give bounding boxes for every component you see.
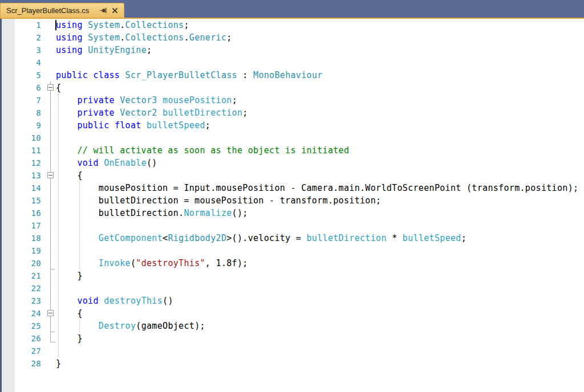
fold-margin xyxy=(41,94,56,107)
code-text: void destroyThis() xyxy=(56,295,584,307)
code-line[interactable]: 1using System.Collections; xyxy=(0,19,584,31)
code-text: Destroy(gameObject); xyxy=(56,320,584,332)
line-number: 20 xyxy=(0,257,41,270)
code-line[interactable]: 22 xyxy=(0,282,584,295)
line-number: 22 xyxy=(0,282,41,295)
fold-margin xyxy=(41,345,56,357)
fold-margin xyxy=(41,182,56,194)
code-text: bulletDirection = mousePosition - transf… xyxy=(56,194,584,207)
line-number: 12 xyxy=(0,157,41,169)
code-line[interactable]: 7 private Vector3 mousePosition; xyxy=(0,94,584,107)
line-number: 4 xyxy=(0,56,41,69)
code-text xyxy=(56,132,584,144)
code-text: // will activate as soon as the object i… xyxy=(56,144,584,157)
code-text: } xyxy=(56,332,584,345)
code-line[interactable]: 26 } xyxy=(0,332,584,345)
fold-collapse-icon[interactable] xyxy=(47,310,54,316)
pushpin-icon[interactable] xyxy=(99,6,108,15)
fold-margin xyxy=(41,169,56,182)
code-line[interactable]: 16 bulletDirection.Normalize(); xyxy=(0,207,584,219)
code-line[interactable]: 2using System.Collections.Generic; xyxy=(0,31,584,44)
fold-margin xyxy=(41,107,56,119)
indent-guide-class-body xyxy=(58,94,59,357)
code-text: } xyxy=(56,357,584,370)
fold-collapse-icon[interactable] xyxy=(47,172,54,178)
fold-margin xyxy=(41,307,56,320)
code-text: } xyxy=(56,270,584,282)
line-number: 18 xyxy=(0,232,41,244)
code-text: bulletDirection.Normalize(); xyxy=(56,207,584,219)
code-text: { xyxy=(56,169,584,182)
fold-margin xyxy=(41,119,56,132)
code-text: private Vector3 mousePosition; xyxy=(56,94,584,107)
line-number: 8 xyxy=(0,107,41,119)
fold-margin xyxy=(41,357,56,370)
fold-margin xyxy=(41,282,56,295)
line-number: 3 xyxy=(0,44,41,56)
code-line[interactable]: 19 xyxy=(0,244,584,257)
line-number: 14 xyxy=(0,182,41,194)
code-line[interactable]: 5public class Scr_PlayerBulletClass : Mo… xyxy=(0,69,584,81)
code-line[interactable]: 18 GetComponent<Rigidbody2D>().velocity … xyxy=(0,232,584,244)
fold-margin xyxy=(41,320,56,332)
line-number: 27 xyxy=(0,345,41,357)
fold-margin xyxy=(41,157,56,169)
code-line[interactable]: 11 // will activate as soon as the objec… xyxy=(0,144,584,157)
line-number: 7 xyxy=(0,94,41,107)
code-line[interactable]: 24 { xyxy=(0,307,584,320)
code-line[interactable]: 8 private Vector2 bulletDirection; xyxy=(0,107,584,119)
indent-guide-onenable-body xyxy=(79,182,80,270)
line-number: 25 xyxy=(0,320,41,332)
fold-margin xyxy=(41,144,56,157)
code-text xyxy=(56,244,584,257)
code-line[interactable]: 12 void OnEnable() xyxy=(0,157,584,169)
code-text: private Vector2 bulletDirection; xyxy=(56,107,584,119)
line-number: 2 xyxy=(0,31,41,44)
fold-margin xyxy=(41,219,56,232)
code-line[interactable]: 23 void destroyThis() xyxy=(0,295,584,307)
fold-margin xyxy=(41,207,56,219)
fold-margin xyxy=(41,44,56,56)
code-lines-container: 1using System.Collections;2using System.… xyxy=(0,19,584,370)
code-editor[interactable]: 1using System.Collections;2using System.… xyxy=(0,19,584,392)
code-line[interactable]: 20 Invoke("destroyThis", 1.8f); xyxy=(0,257,584,270)
fold-margin xyxy=(41,69,56,81)
fold-margin xyxy=(41,244,56,257)
code-line[interactable]: 14 mousePosition = Input.mousePosition -… xyxy=(0,182,584,194)
line-number: 17 xyxy=(0,219,41,232)
fold-margin xyxy=(41,232,56,244)
code-text: GetComponent<Rigidbody2D>().velocity = b… xyxy=(56,232,584,244)
fold-collapse-icon[interactable] xyxy=(47,84,54,91)
line-number: 1 xyxy=(0,19,41,31)
code-line[interactable]: 6{ xyxy=(0,81,584,94)
code-text xyxy=(56,219,584,232)
code-line[interactable]: 10 xyxy=(0,132,584,144)
line-number: 11 xyxy=(0,144,41,157)
line-number: 19 xyxy=(0,244,41,257)
fold-margin xyxy=(41,132,56,144)
code-line[interactable]: 28} xyxy=(0,357,584,370)
line-number: 6 xyxy=(0,81,41,94)
tab-bar: Scr_PlayerBulletClass.cs xyxy=(0,0,584,18)
tab-scr-playerbulletclass[interactable]: Scr_PlayerBulletClass.cs xyxy=(0,3,124,18)
code-text xyxy=(56,56,584,69)
code-text xyxy=(56,282,584,295)
code-line[interactable]: 25 Destroy(gameObject); xyxy=(0,320,584,332)
code-line[interactable]: 17 xyxy=(0,219,584,232)
code-line[interactable]: 9 public float bulletSpeed; xyxy=(0,119,584,132)
fold-margin xyxy=(41,194,56,207)
code-line[interactable]: 4 xyxy=(0,56,584,69)
code-line[interactable]: 21 } xyxy=(0,270,584,282)
code-line[interactable]: 3using UnityEngine; xyxy=(0,44,584,56)
line-number: 28 xyxy=(0,357,41,370)
code-text: public class Scr_PlayerBulletClass : Mon… xyxy=(56,69,584,81)
code-line[interactable]: 15 bulletDirection = mousePosition - tra… xyxy=(0,194,584,207)
fold-margin xyxy=(41,56,56,69)
line-number: 9 xyxy=(0,119,41,132)
fold-margin xyxy=(41,31,56,44)
line-number: 15 xyxy=(0,194,41,207)
code-line[interactable]: 13 { xyxy=(0,169,584,182)
close-icon[interactable] xyxy=(111,6,119,15)
code-line[interactable]: 27 xyxy=(0,345,584,357)
code-text: { xyxy=(56,307,584,320)
